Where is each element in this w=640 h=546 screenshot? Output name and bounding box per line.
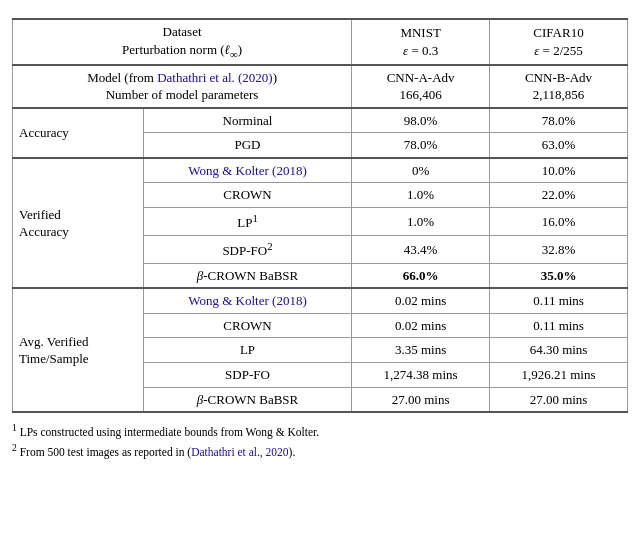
header-cifar: CIFAR10 ε = 2/255 bbox=[490, 19, 628, 65]
va-crown-cifar: 22.0% bbox=[490, 183, 628, 208]
footnote-2: 2 From 500 test images as reported in (D… bbox=[12, 441, 628, 461]
va-sdpfo-cifar: 32.8% bbox=[490, 235, 628, 263]
time-crown-cifar: 0.11 mins bbox=[490, 313, 628, 338]
accuracy-pgd-cifar: 63.0% bbox=[490, 133, 628, 158]
va-crown-label: CROWN bbox=[143, 183, 351, 208]
wong-link-va[interactable]: Wong & Kolter (2018) bbox=[188, 163, 306, 178]
verified-accuracy-label: VerifiedAccuracy bbox=[13, 158, 144, 288]
time-bcrown-mnist: 27.00 mins bbox=[352, 387, 490, 412]
time-bcrown-cifar: 27.00 mins bbox=[490, 387, 628, 412]
wong-link-time[interactable]: Wong & Kolter (2018) bbox=[188, 293, 306, 308]
va-bcrown-cifar: 35.0% bbox=[490, 263, 628, 288]
header-mnist: MNIST ε = 0.3 bbox=[352, 19, 490, 65]
time-sdpfo-label: SDP-FO bbox=[143, 362, 351, 387]
accuracy-normal-mnist: 98.0% bbox=[352, 108, 490, 133]
model-label: Model (from Dathathri et al. (2020)) Num… bbox=[13, 65, 352, 108]
time-wong-cifar: 0.11 mins bbox=[490, 288, 628, 313]
time-label: Avg. VerifiedTime/Sample bbox=[13, 288, 144, 412]
dathathri-link-model[interactable]: Dathathri et al. (2020) bbox=[157, 70, 273, 85]
header-dataset: Dataset Perturbation norm (ℓ∞) bbox=[13, 19, 352, 65]
accuracy-label: Accuracy bbox=[13, 108, 144, 158]
footnote-1: 1 LPs constructed using intermediate bou… bbox=[12, 421, 628, 441]
va-bcrown-label: β-CROWN BaBSR bbox=[143, 263, 351, 288]
va-wong-label: Wong & Kolter (2018) bbox=[143, 158, 351, 183]
va-bcrown-mnist: 66.0% bbox=[352, 263, 490, 288]
time-crown-mnist: 0.02 mins bbox=[352, 313, 490, 338]
va-wong-cifar: 10.0% bbox=[490, 158, 628, 183]
time-wong-label: Wong & Kolter (2018) bbox=[143, 288, 351, 313]
time-lp-cifar: 64.30 mins bbox=[490, 338, 628, 363]
time-lp-label: LP bbox=[143, 338, 351, 363]
accuracy-normal-label: Norminal bbox=[143, 108, 351, 133]
time-sdpfo-mnist: 1,274.38 mins bbox=[352, 362, 490, 387]
footnotes: 1 LPs constructed using intermediate bou… bbox=[12, 421, 628, 461]
va-lp-label: LP1 bbox=[143, 208, 351, 236]
accuracy-pgd-mnist: 78.0% bbox=[352, 133, 490, 158]
model-mnist: CNN-A-Adv166,406 bbox=[352, 65, 490, 108]
model-cifar: CNN-B-Adv2,118,856 bbox=[490, 65, 628, 108]
va-crown-mnist: 1.0% bbox=[352, 183, 490, 208]
accuracy-pgd-label: PGD bbox=[143, 133, 351, 158]
accuracy-normal-cifar: 78.0% bbox=[490, 108, 628, 133]
time-bcrown-label: β-CROWN BaBSR bbox=[143, 387, 351, 412]
time-sdpfo-cifar: 1,926.21 mins bbox=[490, 362, 628, 387]
results-table: Dataset Perturbation norm (ℓ∞) MNIST ε =… bbox=[12, 18, 628, 413]
va-sdpfo-label: SDP-FO2 bbox=[143, 235, 351, 263]
time-crown-label: CROWN bbox=[143, 313, 351, 338]
va-wong-mnist: 0% bbox=[352, 158, 490, 183]
time-lp-mnist: 3.35 mins bbox=[352, 338, 490, 363]
va-lp-mnist: 1.0% bbox=[352, 208, 490, 236]
time-wong-mnist: 0.02 mins bbox=[352, 288, 490, 313]
dathathri-link-footnote[interactable]: Dathathri et al., 2020 bbox=[191, 446, 288, 458]
va-sdpfo-mnist: 43.4% bbox=[352, 235, 490, 263]
va-lp-cifar: 16.0% bbox=[490, 208, 628, 236]
